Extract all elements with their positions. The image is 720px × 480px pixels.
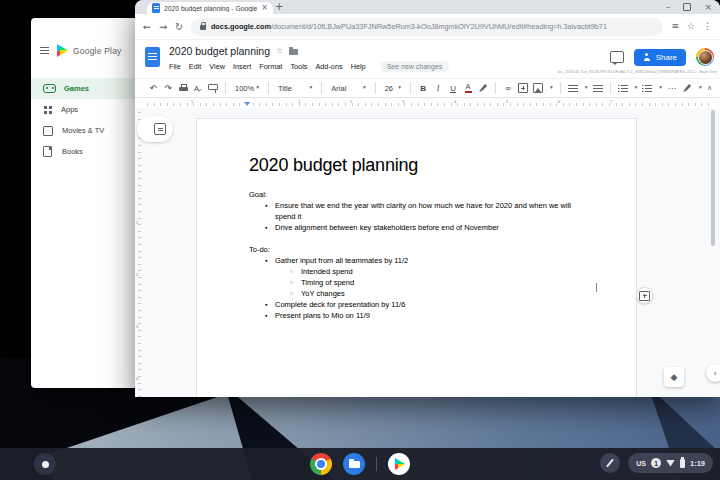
font-size-select[interactable]: 26▾ — [383, 84, 403, 93]
see-new-changes-button[interactable]: See new changes — [380, 61, 450, 72]
stylus-button[interactable] — [600, 453, 620, 473]
scrollbar-thumb[interactable] — [711, 110, 715, 246]
bookmark-star-icon[interactable]: ☆ — [687, 22, 695, 31]
google-play-logo-icon — [57, 44, 68, 57]
address-bar[interactable]: docs.google.com/document/d/10fLBJwPUa33F… — [191, 18, 663, 36]
refresh-button[interactable]: ↻ — [175, 22, 183, 32]
hamburger-menu-icon[interactable] — [40, 47, 49, 54]
ruler-number: 5 — [506, 99, 508, 104]
text-color-bar — [465, 91, 472, 93]
menu-file[interactable]: File — [169, 62, 181, 71]
document-outline-button[interactable] — [137, 116, 173, 142]
insert-comment-button[interactable] — [518, 83, 528, 93]
print-button[interactable] — [178, 85, 188, 92]
text-color-button[interactable]: A — [463, 83, 473, 93]
text-color-letter: A — [466, 83, 471, 91]
move-to-folder-icon[interactable] — [289, 49, 298, 55]
menu-view[interactable]: View — [209, 62, 225, 71]
indent-marker[interactable] — [244, 102, 250, 106]
vertical-ruler: 1 2 3 4 — [135, 108, 143, 397]
tab-close-icon[interactable]: × — [261, 4, 268, 12]
dropdown-icon: ▾ — [398, 85, 401, 91]
edit-pen-icon — [683, 84, 691, 92]
menu-help[interactable]: Help — [351, 62, 366, 71]
window-minimize-button[interactable]: – — [666, 3, 671, 12]
menu-format[interactable]: Format — [259, 62, 282, 71]
window-maximize-button[interactable] — [683, 3, 691, 11]
dropdown-icon: ▾ — [310, 85, 313, 91]
paint-format-button[interactable] — [208, 86, 218, 90]
italic-button[interactable]: I — [433, 84, 443, 93]
reading-list-icon[interactable]: ≡ — [671, 22, 679, 31]
document-title-row: 2020 budget planning ☆ — [169, 45, 298, 57]
spellcheck-button[interactable]: A✓ — [193, 84, 203, 93]
bulleted-list-button[interactable] — [642, 85, 652, 92]
editing-mode-button[interactable] — [682, 84, 692, 92]
zoom-select[interactable]: 100%▾ — [233, 84, 261, 93]
menu-add-ons[interactable]: Add-ons — [315, 62, 342, 71]
menu-edit[interactable]: Edit — [189, 62, 202, 71]
back-button[interactable]: ← — [143, 22, 151, 32]
tab-title: 2020 budget planning - Google D — [164, 5, 257, 12]
dropdown-icon[interactable]: ▾ — [550, 85, 553, 91]
play-store-icon[interactable] — [388, 453, 410, 475]
line-spacing-button[interactable] — [593, 85, 603, 92]
more-formats-button[interactable]: ⋯ — [667, 84, 677, 93]
tab-2020-budget-planning[interactable]: 2020 budget planning - Google D × — [147, 2, 273, 14]
sidebar-item-games[interactable]: Games — [31, 78, 135, 99]
align-button[interactable] — [568, 85, 578, 92]
undo-button[interactable]: ↶ — [148, 84, 158, 93]
insert-link-button[interactable]: ∞ — [503, 84, 513, 93]
sidebar-item-apps[interactable]: Apps — [31, 99, 135, 120]
status-area[interactable]: US 1 1:19 — [628, 453, 713, 473]
redo-button[interactable]: ↷ — [163, 84, 173, 93]
browser-menu-icon[interactable]: ⋮ — [703, 22, 712, 31]
underline-button[interactable]: U — [448, 84, 458, 93]
hide-panel-button[interactable]: ‹ — [706, 364, 720, 382]
forward-button[interactable]: → — [159, 22, 167, 32]
document-title[interactable]: 2020 budget planning — [169, 45, 270, 57]
dropdown-icon[interactable]: ▾ — [635, 85, 638, 91]
menu-tools[interactable]: Tools — [290, 62, 307, 71]
explore-button[interactable]: ◆ — [664, 367, 684, 387]
bold-button[interactable]: B — [418, 84, 428, 93]
insert-image-button[interactable] — [533, 83, 543, 93]
google-play-wordmark: Google Play — [73, 46, 122, 56]
todo-list: Gather input from all teammates by 11/2 … — [249, 255, 581, 321]
ruler-number: 1 — [298, 99, 300, 104]
document-page[interactable]: 2020 budget planning Goal: Ensure that w… — [196, 118, 637, 397]
sidebar-item-books[interactable]: Books — [31, 141, 135, 162]
text-cursor — [596, 283, 597, 292]
styles-select[interactable]: Title▾ — [276, 84, 314, 93]
browser-toolbar: ← → ↻ docs.google.com/document/d/10fLBJw… — [135, 14, 720, 40]
files-app-icon[interactable] — [343, 453, 365, 475]
docs-header-actions: Share — [610, 48, 714, 66]
dropdown-icon[interactable]: ▾ — [699, 85, 702, 91]
highlight-color-button[interactable] — [478, 84, 488, 92]
menu-insert[interactable]: Insert — [233, 62, 251, 71]
new-tab-button[interactable]: + — [275, 0, 283, 14]
google-docs-icon[interactable] — [145, 47, 160, 67]
chrome-icon[interactable] — [310, 453, 332, 475]
dropdown-icon[interactable]: ▾ — [659, 85, 662, 91]
horizontal-ruler: 1 1 2 3 4 5 6 7 — [135, 98, 720, 108]
add-comment-button[interactable] — [636, 287, 653, 304]
books-icon — [43, 146, 52, 157]
notification-badge: 1 — [651, 458, 661, 468]
sidebar-item-label: Apps — [61, 105, 78, 114]
star-document-icon[interactable]: ☆ — [276, 47, 283, 55]
collapse-toolbar-button[interactable]: ∧ — [707, 85, 712, 92]
share-button[interactable]: Share — [634, 49, 686, 66]
account-avatar[interactable] — [696, 48, 714, 66]
url-domain: docs.google.com — [211, 22, 271, 31]
dropdown-icon[interactable]: ▾ — [585, 85, 588, 91]
numbered-list-button[interactable] — [618, 85, 628, 92]
launcher-button[interactable] — [34, 453, 56, 475]
open-comments-button[interactable] — [610, 51, 624, 63]
font-select[interactable]: Arial▾ — [329, 84, 367, 93]
shelf-separator — [376, 457, 377, 471]
todo-bullet-text: Gather input from all teammates by 11/2 — [275, 256, 408, 265]
window-close-button[interactable]: × — [704, 3, 712, 12]
goal-label: Goal: — [249, 189, 581, 200]
sidebar-item-movies-tv[interactable]: Movies & TV — [31, 120, 135, 141]
